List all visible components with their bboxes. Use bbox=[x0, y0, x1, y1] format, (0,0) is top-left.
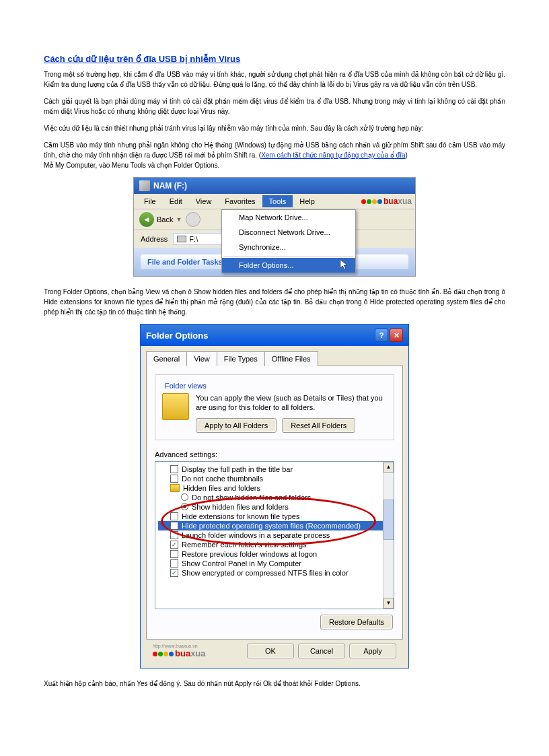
reset-all-folders-button[interactable]: Reset All Folders bbox=[282, 418, 355, 433]
opt-launch-separate[interactable]: Launch folder windows in a separate proc… bbox=[158, 530, 391, 540]
radio-checked-icon bbox=[181, 503, 188, 510]
autorun-link[interactable]: Xem cách tắt chức năng tự động chạy của … bbox=[261, 151, 405, 159]
opt-show-hidden[interactable]: Show hidden files and folders bbox=[158, 502, 391, 512]
dropdown-folder-options[interactable]: Folder Options... bbox=[222, 258, 355, 273]
explorer-toolbar: ◄ Back ▼ Map Network Drive... Disconnect… bbox=[134, 209, 415, 230]
opt-show-encrypted[interactable]: ✓Show encrypted or compressed NTFS files… bbox=[158, 568, 391, 578]
tab-view[interactable]: View bbox=[186, 351, 217, 366]
scroll-thumb[interactable] bbox=[383, 500, 394, 540]
dropdown-disconnect-drive[interactable]: Disconnect Network Drive... bbox=[222, 225, 355, 240]
opt-hidden-files-folder[interactable]: Hidden files and folders bbox=[158, 483, 391, 493]
buaxua-logo: buaxua bbox=[361, 197, 412, 206]
article-title: Cách cứu dữ liệu trên ổ đĩa USB bị nhiễm… bbox=[44, 54, 505, 64]
checkbox-icon bbox=[170, 531, 178, 539]
folder-icon bbox=[170, 484, 180, 492]
tab-general[interactable]: General bbox=[146, 351, 187, 366]
cancel-button[interactable]: Cancel bbox=[298, 644, 345, 658]
folder-views-label: Folder views bbox=[162, 382, 209, 390]
fo-body: General View File Types Offline Files Fo… bbox=[141, 346, 408, 668]
dropdown-map-drive[interactable]: Map Network Drive... bbox=[222, 210, 355, 225]
explorer-titlebar: NAM (F:) bbox=[134, 178, 415, 194]
folder-views-text: You can apply the view (such as Details … bbox=[196, 393, 387, 413]
folder-big-icon bbox=[162, 393, 189, 420]
checkbox-icon bbox=[170, 522, 178, 530]
opt-display-fullpath[interactable]: Display the full path in the title bar bbox=[158, 465, 391, 474]
menu-help[interactable]: Help bbox=[293, 195, 322, 207]
paragraph-1: Trong một số trường hợp, khi cắm ổ đĩa U… bbox=[44, 69, 505, 90]
explorer-title: NAM (F:) bbox=[153, 181, 187, 191]
opt-hide-protected[interactable]: Hide protected operating system files (R… bbox=[158, 521, 391, 530]
explorer-window: NAM (F:) File Edit View Favorites Tools … bbox=[133, 177, 416, 277]
checkbox-icon bbox=[170, 475, 178, 483]
dropdown-separator bbox=[224, 256, 353, 256]
paragraph-2: Cách giải quyết là bạn phải dùng máy vi … bbox=[44, 96, 505, 116]
address-label: Address bbox=[141, 235, 168, 243]
menu-tools[interactable]: Tools bbox=[262, 195, 293, 207]
folder-options-dialog: Folder Options ? ✕ General View File Typ… bbox=[140, 324, 409, 668]
fo-title: Folder Options bbox=[146, 331, 208, 341]
opt-no-cache[interactable]: Do not cache thumbnails bbox=[158, 474, 391, 483]
cursor-icon bbox=[340, 260, 351, 271]
checkbox-icon bbox=[170, 512, 178, 520]
checkbox-icon bbox=[170, 550, 178, 558]
fo-bottom-bar: http://www.buaxua.vn buaxua OK Cancel Ap… bbox=[146, 640, 403, 662]
apply-all-folders-button[interactable]: Apply to All Folders bbox=[196, 418, 277, 433]
opt-restore-previous[interactable]: Restore previous folder windows at logon bbox=[158, 549, 391, 559]
drive-icon bbox=[139, 180, 150, 191]
paragraph-3: Việc cứu dữ liệu là cần thiết nhưng phải… bbox=[44, 123, 505, 133]
menu-favorites[interactable]: Favorites bbox=[218, 195, 262, 207]
dropdown-synchronize[interactable]: Synchronize... bbox=[222, 240, 355, 254]
restore-defaults-button[interactable]: Restore Defaults bbox=[320, 615, 393, 629]
ok-button[interactable]: OK bbox=[247, 644, 294, 658]
paragraph-6: Trong Folder Options, chọn bảng View và … bbox=[44, 287, 505, 317]
back-icon: ◄ bbox=[139, 212, 154, 227]
opt-show-control-panel[interactable]: Show Control Panel in My Computer bbox=[158, 559, 391, 568]
buaxua-logo: http://www.buaxua.vn buaxua bbox=[153, 644, 206, 658]
radio-icon bbox=[181, 493, 188, 501]
menu-file[interactable]: File bbox=[137, 195, 163, 207]
help-button[interactable]: ? bbox=[375, 329, 388, 342]
scrollbar[interactable]: ▲ ▼ bbox=[383, 462, 394, 609]
tab-filetypes[interactable]: File Types bbox=[217, 351, 265, 366]
paragraph-4: Cắm USB vào máy tính nhưng phải ngăn khô… bbox=[44, 140, 505, 170]
fo-titlebar: Folder Options ? ✕ bbox=[141, 324, 408, 346]
fo-tabcontent: Folder views You can apply the view (suc… bbox=[146, 366, 403, 640]
tools-dropdown: Map Network Drive... Disconnect Network … bbox=[221, 209, 356, 273]
drive-small-icon bbox=[177, 236, 186, 242]
back-button[interactable]: ◄ Back ▼ bbox=[139, 212, 182, 227]
tab-offline[interactable]: Offline Files bbox=[264, 351, 318, 366]
menu-view[interactable]: View bbox=[189, 195, 219, 207]
opt-do-not-show-hidden[interactable]: Do not show hidden files and folders bbox=[158, 493, 391, 502]
paragraph-7: Xuất hiện hộp cảnh báo, nhấn Yes để đồng… bbox=[44, 679, 505, 689]
fo-tabs: General View File Types Offline Files bbox=[146, 351, 403, 366]
menu-edit[interactable]: Edit bbox=[163, 195, 189, 207]
folder-views-fieldset: Folder views You can apply the view (suc… bbox=[155, 374, 394, 440]
address-value: F:\ bbox=[189, 235, 198, 243]
explorer-menubar: File Edit View Favorites Tools Help buax… bbox=[134, 194, 415, 209]
opt-hide-extensions[interactable]: Hide extensions for known file types bbox=[158, 512, 391, 521]
apply-button[interactable]: Apply bbox=[349, 644, 396, 658]
checkbox-checked-icon: ✓ bbox=[170, 541, 178, 549]
checkbox-icon bbox=[170, 559, 178, 568]
close-button[interactable]: ✕ bbox=[390, 329, 403, 342]
forward-button[interactable] bbox=[186, 212, 200, 227]
opt-remember-view[interactable]: ✓Remember each folder's view settings bbox=[158, 540, 391, 549]
scroll-up-icon[interactable]: ▲ bbox=[383, 462, 394, 473]
advanced-settings-list[interactable]: Display the full path in the title bar D… bbox=[155, 461, 394, 609]
checkbox-icon bbox=[170, 465, 178, 473]
scroll-down-icon[interactable]: ▼ bbox=[383, 598, 394, 609]
advanced-label: Advanced settings: bbox=[155, 450, 394, 458]
svg-marker-0 bbox=[340, 260, 347, 269]
checkbox-checked-icon: ✓ bbox=[170, 569, 178, 577]
